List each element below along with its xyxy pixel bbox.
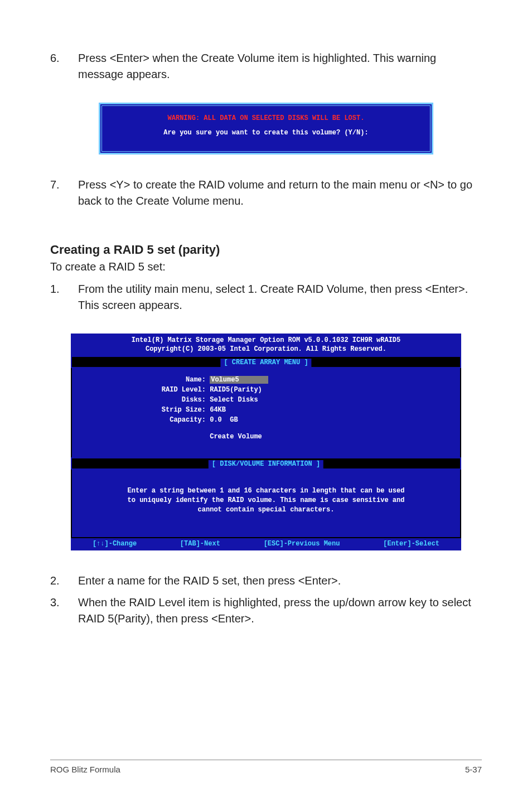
footer-right: 5-37 bbox=[465, 765, 482, 774]
step-1-text: From the utility main menu, select 1. Cr… bbox=[78, 281, 482, 313]
field-raid-level-label: RAID Level: bbox=[78, 385, 206, 395]
field-strip-size-value[interactable]: 64KB bbox=[210, 406, 226, 414]
step-3: 3. When the RAID Level item is highlight… bbox=[50, 595, 482, 627]
step-6-num: 6. bbox=[50, 50, 78, 83]
create-array-legend-text: [ CREATE ARRAY MENU ] bbox=[220, 359, 311, 367]
field-capacity-label: Capacity: bbox=[78, 415, 206, 425]
footer-left: ROG Blitz Formula bbox=[50, 765, 120, 774]
bios-header-line2: Copyright(C) 2003-05 Intel Corporation. … bbox=[74, 345, 458, 354]
info-line-3: cannot contain special characters. bbox=[82, 505, 450, 515]
section-title: Creating a RAID 5 set (parity) bbox=[50, 243, 482, 257]
key-select: [Enter]-Select bbox=[383, 540, 439, 548]
field-capacity-value[interactable]: 0.0 GB bbox=[210, 416, 238, 424]
step-2: 2. Enter a name for the RAID 5 set, then… bbox=[50, 573, 482, 589]
bios-header-line1: Intel(R) Matrix Storage Manager Option R… bbox=[74, 336, 458, 345]
bios-warning-dialog: WARNING: ALL DATA ON SELECTED DISKS WILL… bbox=[99, 103, 433, 154]
step-2-num: 2. bbox=[50, 573, 78, 589]
step-1-num: 1. bbox=[50, 281, 78, 313]
info-line-1: Enter a string between 1 and 16 characte… bbox=[82, 486, 450, 496]
disk-volume-legend-bar: [ DISK/VOLUME INFORMATION ] bbox=[71, 457, 461, 470]
page-footer: ROG Blitz Formula 5-37 bbox=[50, 760, 482, 774]
step-3-num: 3. bbox=[50, 595, 78, 627]
warning-confirm-text: Are you sure you want to create this vol… bbox=[109, 127, 423, 138]
field-disks-row: Disks: Select Disks bbox=[72, 395, 460, 405]
bios-header: Intel(R) Matrix Storage Manager Option R… bbox=[71, 334, 461, 356]
warning-lost-data-text: WARNING: ALL DATA ON SELECTED DISKS WILL… bbox=[109, 113, 423, 124]
step-6: 6. Press <Enter> when the Create Volume … bbox=[50, 50, 482, 83]
step-7-text: Press <Y> to create the RAID volume and … bbox=[78, 177, 482, 209]
step-2-text: Enter a name for the RAID 5 set, then pr… bbox=[78, 573, 482, 589]
key-hint-bar: [↑↓]-Change [TAB]-Next [ESC]-Previous Me… bbox=[71, 538, 461, 550]
key-prev-menu: [ESC]-Previous Menu bbox=[264, 540, 340, 548]
field-disks-label: Disks: bbox=[78, 395, 206, 405]
info-line-2: to uniquely identify the RAID volume. Th… bbox=[82, 496, 450, 505]
bios-create-array-screen: Intel(R) Matrix Storage Manager Option R… bbox=[71, 334, 461, 550]
create-array-form: Name: Volume5 RAID Level: RAID5(Parity) … bbox=[71, 368, 461, 457]
create-volume-row: Create Volume bbox=[72, 432, 460, 442]
step-6-text: Press <Enter> when the Create Volume ite… bbox=[78, 50, 482, 83]
create-volume-action[interactable]: Create Volume bbox=[210, 433, 262, 441]
field-capacity-row: Capacity: 0.0 GB bbox=[72, 415, 460, 425]
disk-volume-legend-text: [ DISK/VOLUME INFORMATION ] bbox=[209, 460, 323, 468]
field-strip-size-label: Strip Size: bbox=[78, 405, 206, 415]
field-raid-level-row: RAID Level: RAID5(Parity) bbox=[72, 385, 460, 395]
step-7-num: 7. bbox=[50, 177, 78, 209]
section-subtitle: To create a RAID 5 set: bbox=[50, 260, 482, 273]
field-disks-value[interactable]: Select Disks bbox=[210, 396, 258, 404]
field-name-label: Name: bbox=[78, 375, 206, 385]
create-array-legend-bar: [ CREATE ARRAY MENU ] bbox=[71, 356, 461, 368]
disk-volume-info-area: Enter a string between 1 and 16 characte… bbox=[71, 470, 461, 538]
field-name-row: Name: Volume5 bbox=[72, 375, 460, 385]
field-raid-level-value[interactable]: RAID5(Parity) bbox=[210, 386, 262, 394]
field-strip-size-row: Strip Size: 64KB bbox=[72, 405, 460, 415]
step-1: 1. From the utility main menu, select 1.… bbox=[50, 281, 482, 313]
field-name-value[interactable]: Volume5 bbox=[210, 376, 268, 384]
step-7: 7. Press <Y> to create the RAID volume a… bbox=[50, 177, 482, 209]
key-next: [TAB]-Next bbox=[180, 540, 220, 548]
key-change: [↑↓]-Change bbox=[93, 540, 137, 548]
step-3-text: When the RAID Level item is highlighted,… bbox=[78, 595, 482, 627]
bios-warning-inner: WARNING: ALL DATA ON SELECTED DISKS WILL… bbox=[101, 105, 431, 152]
